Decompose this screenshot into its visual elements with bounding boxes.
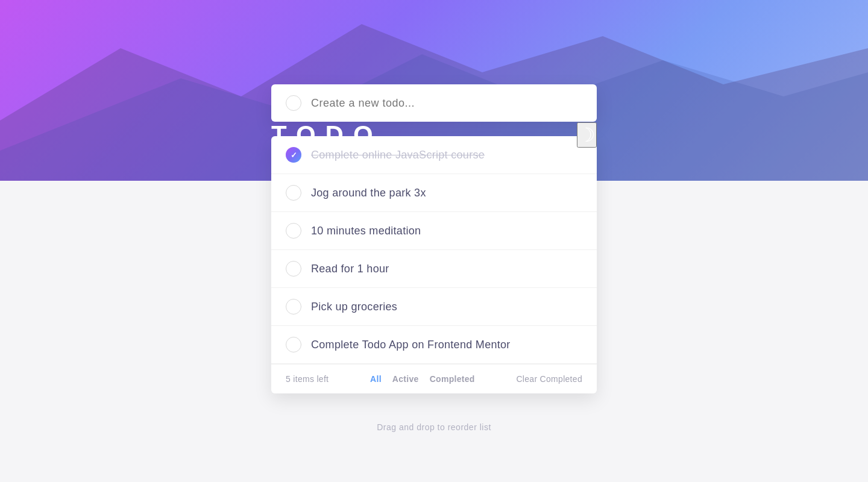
todo-checkbox-3[interactable] [286,223,301,239]
filter-buttons: All Active Completed [370,374,475,384]
todo-item-3[interactable]: 10 minutes meditation [271,212,597,250]
items-left-count: 5 items left [286,374,329,384]
todo-text-2: Jog around the park 3x [311,187,426,199]
todo-item-6[interactable]: Complete Todo App on Frontend Mentor [271,326,597,364]
todo-checkbox-6[interactable] [286,337,301,352]
app-header: TODO ☽ [271,84,597,186]
todo-item-5[interactable]: Pick up groceries [271,288,597,326]
filter-all-button[interactable]: All [370,374,382,384]
filter-active-button[interactable]: Active [392,374,419,384]
todo-text-3: 10 minutes meditation [311,225,421,237]
filter-completed-button[interactable]: Completed [430,374,475,384]
todo-text-6: Complete Todo App on Frontend Mentor [311,339,511,351]
clear-completed-button[interactable]: Clear Completed [516,374,582,384]
todo-item-4[interactable]: Read for 1 hour [271,250,597,288]
main-container: TODO ☽ ✓ Complete online JavaScript cour… [271,84,597,432]
theme-toggle-button[interactable]: ☽ [577,122,597,148]
todo-text-5: Pick up groceries [311,301,397,313]
todo-footer: 5 items left All Active Completed Clear … [271,364,597,393]
todo-checkbox-4[interactable] [286,261,301,277]
todo-text-4: Read for 1 hour [311,263,389,275]
todo-checkbox-5[interactable] [286,299,301,315]
drag-hint: Drag and drop to reorder list [271,422,597,432]
app-title: TODO [271,120,383,149]
todo-checkbox-2[interactable] [286,185,301,201]
